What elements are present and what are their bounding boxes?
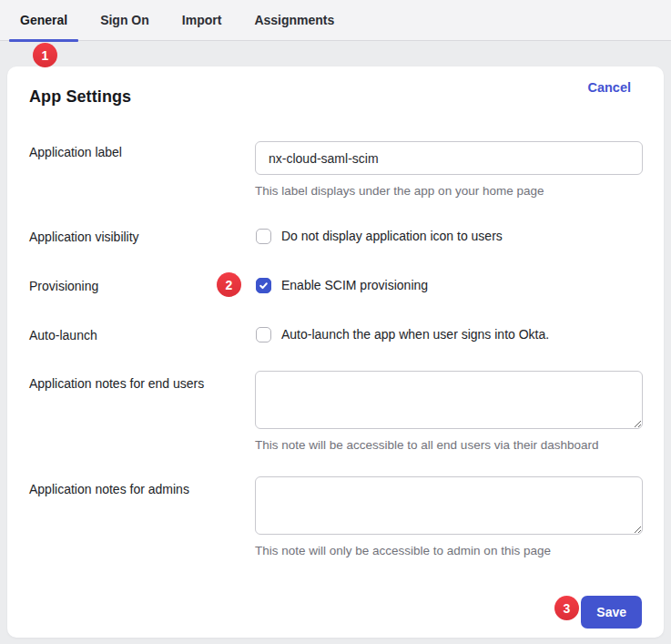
notes-admins-help: This note will only be accessible to adm… [255, 544, 551, 557]
enable-scim-provisioning-checkbox[interactable] [256, 278, 271, 293]
annotation-step-3-badge: 3 [554, 596, 579, 620]
annotation-step-2-badge: 2 [217, 272, 241, 297]
application-label-label: Application label [29, 145, 122, 159]
cancel-button[interactable]: Cancel [587, 80, 631, 95]
application-visibility-label: Application visibility [29, 230, 139, 244]
tab-assignments[interactable]: Assignments [243, 0, 345, 40]
application-visibility-checkbox-row[interactable]: Do not display application icon to users [256, 227, 503, 245]
tab-import[interactable]: Import [171, 0, 233, 40]
app-settings-panel: App Settings Cancel Application label Th… [7, 66, 664, 638]
notes-end-users-help: This note will be accessible to all end … [255, 438, 598, 452]
page-title: App Settings [29, 87, 131, 107]
auto-launch-label: Auto-launch [29, 328, 97, 342]
auto-launch-checkbox-row[interactable]: Auto-launch the app when user signs into… [256, 325, 549, 343]
tab-sign-on[interactable]: Sign On [89, 0, 160, 40]
notes-admins-label: Application notes for admins [29, 482, 189, 496]
provisioning-label: Provisioning [29, 279, 98, 293]
application-label-input[interactable] [255, 141, 643, 175]
application-label-help: This label displays under the app on you… [255, 184, 544, 198]
notes-end-users-textarea[interactable] [255, 371, 643, 429]
app-tab-bar: General Sign On Import Assignments [0, 0, 671, 41]
notes-admins-textarea[interactable] [255, 476, 643, 535]
auto-launch-checkbox-label: Auto-launch the app when user signs into… [281, 327, 549, 342]
provisioning-checkbox-row[interactable]: Enable SCIM provisioning [256, 276, 428, 294]
application-visibility-checkbox[interactable] [256, 229, 271, 244]
save-button[interactable]: Save [581, 596, 642, 629]
tab-general[interactable]: General [9, 0, 78, 40]
application-visibility-checkbox-label: Do not display application icon to users [281, 229, 503, 243]
auto-launch-checkbox[interactable] [256, 327, 271, 342]
provisioning-checkbox-label: Enable SCIM provisioning [281, 278, 428, 292]
check-icon [259, 281, 269, 291]
notes-end-users-label: Application notes for end users [29, 376, 204, 391]
annotation-step-1-badge: 1 [33, 43, 57, 67]
